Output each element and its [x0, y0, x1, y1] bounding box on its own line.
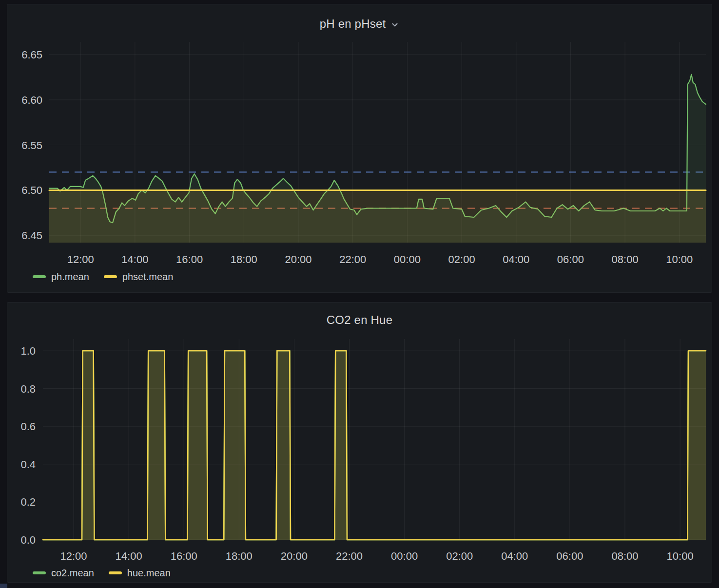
- x-tick-label: 00:00: [394, 253, 421, 266]
- x-tick-label: 18:00: [226, 550, 253, 562]
- legend: ph.meanphset.mean: [33, 270, 173, 283]
- y-tick-label: 0.2: [20, 496, 36, 508]
- legend-swatch: [33, 275, 46, 278]
- x-tick-label: 12:00: [67, 253, 94, 266]
- x-tick-label: 02:00: [446, 550, 473, 562]
- x-tick-label: 16:00: [171, 550, 197, 562]
- x-tick-label: 10:00: [666, 253, 693, 266]
- x-tick-label: 06:00: [557, 253, 584, 266]
- ph-chart-canvas: 12:0014:0016:0018:0020:0022:0000:0002:00…: [7, 4, 712, 292]
- legend-item-co2-mean[interactable]: co2.mean: [33, 568, 94, 579]
- y-tick-label: 0.4: [20, 458, 36, 471]
- panel-title[interactable]: pH en pHset: [320, 17, 386, 31]
- y-tick-label: 0.8: [20, 383, 36, 395]
- panel-title[interactable]: CO2 en Hue: [327, 313, 392, 327]
- x-tick-label: 18:00: [231, 253, 257, 266]
- legend-swatch: [104, 275, 117, 278]
- plot-area[interactable]: [49, 42, 706, 243]
- x-tick-label: 00:00: [391, 550, 418, 562]
- y-tick-label: 0.6: [20, 420, 36, 433]
- co2-chart-canvas: 12:0014:0016:0018:0020:0022:0000:0002:00…: [7, 303, 712, 582]
- panel-header: pH en pHset: [7, 17, 712, 31]
- x-tick-label: 14:00: [116, 550, 142, 562]
- plot-area[interactable]: [43, 339, 706, 540]
- x-tick-label: 06:00: [556, 550, 583, 562]
- panel-ph-en-phset: pH en pHset 12:0014:0016:0018:0020:0022:…: [7, 4, 712, 293]
- x-tick-label: 08:00: [611, 550, 638, 562]
- x-tick-label: 22:00: [336, 550, 363, 562]
- x-tick-label: 10:00: [667, 550, 694, 562]
- x-tick-label: 02:00: [448, 253, 475, 266]
- x-tick-label: 04:00: [503, 253, 529, 266]
- legend-label: co2.mean: [51, 568, 94, 579]
- x-tick-label: 14:00: [121, 253, 148, 266]
- panel-header: CO2 en Hue: [7, 313, 712, 327]
- legend: co2.meanhue.mean: [33, 567, 171, 579]
- legend-label: phset.mean: [122, 271, 174, 283]
- y-tick-label: 6.50: [21, 184, 42, 196]
- y-tick-label: 0.0: [20, 534, 36, 546]
- y-tick-label: 6.65: [21, 49, 42, 61]
- y-tick-label: 1.0: [20, 345, 36, 357]
- chevron-down-icon[interactable]: [390, 20, 399, 29]
- scroll-fragment: [0, 584, 7, 588]
- legend-label: hue.mean: [127, 568, 171, 579]
- legend-item-hue-mean[interactable]: hue.mean: [109, 568, 171, 579]
- x-tick-label: 22:00: [339, 253, 366, 266]
- x-tick-label: 16:00: [176, 253, 203, 266]
- y-tick-label: 6.60: [21, 94, 42, 106]
- x-tick-label: 04:00: [501, 550, 528, 562]
- x-tick-label: 20:00: [281, 550, 308, 562]
- x-tick-label: 08:00: [612, 253, 639, 266]
- legend-item-phset-mean[interactable]: phset.mean: [104, 271, 174, 283]
- y-tick-label: 6.55: [21, 139, 42, 152]
- legend-item-ph-mean[interactable]: ph.mean: [33, 271, 89, 283]
- x-tick-label: 20:00: [285, 253, 311, 266]
- x-tick-label: 12:00: [60, 550, 87, 562]
- legend-label: ph.mean: [51, 271, 89, 283]
- y-tick-label: 6.45: [21, 229, 42, 242]
- legend-swatch: [33, 571, 46, 574]
- panel-co2-en-hue: CO2 en Hue 12:0014:0016:0018:0020:0022:0…: [7, 302, 712, 583]
- legend-swatch: [109, 571, 122, 574]
